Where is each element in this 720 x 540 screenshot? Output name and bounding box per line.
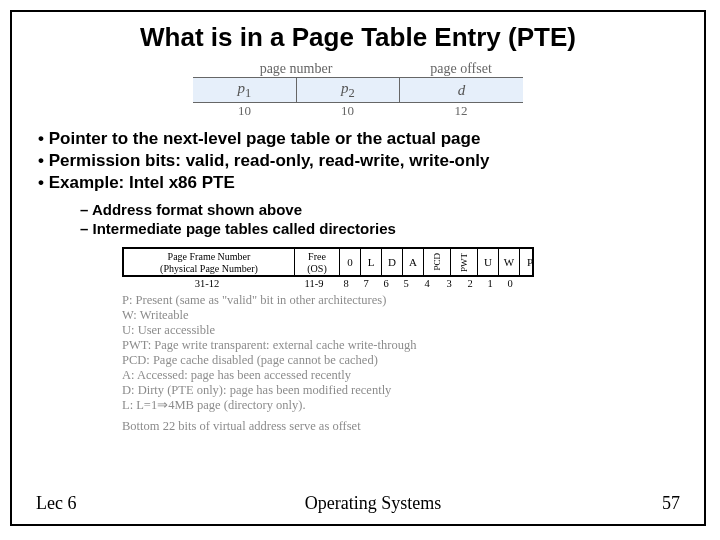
pte-bitnum-3: 3 — [438, 278, 460, 289]
addr-width-p1: 10 — [193, 103, 296, 119]
pte-bit-pwt: PWT — [451, 249, 478, 275]
slide-footer: Lec 6 Operating Systems 57 — [12, 493, 704, 514]
sub-bullet-1: Address format shown above — [80, 201, 704, 218]
pte-legend: P: Present (same as "valid" bit in other… — [122, 293, 704, 434]
legend-bottom: Bottom 22 bits of virtual address serve … — [122, 419, 704, 434]
pte-bit-u: U — [478, 249, 499, 275]
addr-cell-p2: p2 — [296, 78, 400, 103]
pte-bit-p: P — [520, 249, 540, 275]
slide-title: What is in a Page Table Entry (PTE) — [12, 22, 704, 53]
addr-header-page-offset: page offset — [399, 61, 523, 77]
bullet-2: Permission bits: valid, read-only, read-… — [38, 151, 704, 171]
legend-p: P: Present (same as "valid" bit in other… — [122, 293, 704, 308]
pte-box: Page Frame Number(Physical Page Number) … — [122, 247, 534, 277]
addr-width-d: 12 — [399, 103, 523, 119]
legend-a: A: Accessed: page has been accessed rece… — [122, 368, 704, 383]
pte-bitnum-0: 0 — [500, 278, 520, 289]
pte-bit-pcd: PCD — [424, 249, 451, 275]
legend-w: W: Writeable — [122, 308, 704, 323]
legend-l: L: L=1⇒4MB page (directory only). — [122, 398, 704, 413]
addr-width-p2: 10 — [296, 103, 399, 119]
pte-bitnum-1: 1 — [480, 278, 500, 289]
sub-bullet-2: Intermediate page tables called director… — [80, 220, 704, 237]
addr-cell-d: d — [400, 78, 523, 103]
bullet-list: Pointer to the next-level page table or … — [38, 129, 704, 193]
footer-course: Operating Systems — [156, 493, 590, 514]
pte-bitnum-4: 4 — [416, 278, 438, 289]
pte-bit-d: D — [382, 249, 403, 275]
sub-bullet-list: Address format shown above Intermediate … — [80, 201, 704, 237]
pte-bit-0: 0 — [340, 249, 361, 275]
pte-range-free: 11-9 — [292, 278, 336, 289]
pte-diagram: Page Frame Number(Physical Page Number) … — [122, 247, 534, 289]
pte-bit-w: W — [499, 249, 520, 275]
pte-bit-a: A — [403, 249, 424, 275]
pte-bitnum-7: 7 — [356, 278, 376, 289]
pte-field-free: Free(OS) — [295, 249, 340, 275]
addr-table: p1 p2 d — [193, 77, 523, 103]
pte-bitnum-6: 6 — [376, 278, 396, 289]
addr-header-page-number: page number — [193, 61, 399, 77]
legend-pcd: PCD: Page cache disabled (page cannot be… — [122, 353, 704, 368]
address-format-diagram: page number page offset p1 p2 d 10 10 12 — [193, 61, 523, 119]
bullet-3: Example: Intel x86 PTE — [38, 173, 704, 193]
pte-field-pfn: Page Frame Number(Physical Page Number) — [124, 249, 295, 275]
pte-bit-ranges: 31-12 11-9 8 7 6 5 4 3 2 1 0 — [122, 278, 534, 289]
pte-bitnum-8: 8 — [336, 278, 356, 289]
slide-frame: What is in a Page Table Entry (PTE) page… — [10, 10, 706, 526]
pte-range-main: 31-12 — [122, 278, 292, 289]
legend-pwt: PWT: Page write transparent: external ca… — [122, 338, 704, 353]
bullet-1: Pointer to the next-level page table or … — [38, 129, 704, 149]
legend-d: D: Dirty (PTE only): page has been modif… — [122, 383, 704, 398]
pte-bitnum-2: 2 — [460, 278, 480, 289]
legend-u: U: User accessible — [122, 323, 704, 338]
pte-bit-l: L — [361, 249, 382, 275]
footer-lecture: Lec 6 — [12, 493, 156, 514]
footer-page-number: 57 — [590, 493, 704, 514]
addr-cell-p1: p1 — [193, 78, 296, 103]
pte-bitnum-5: 5 — [396, 278, 416, 289]
